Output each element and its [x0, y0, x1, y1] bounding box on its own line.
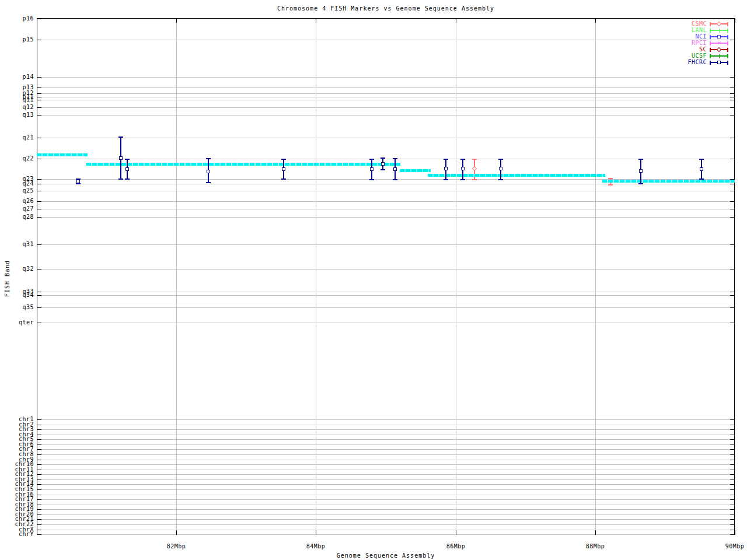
band-p14-gridline — [37, 77, 735, 78]
band-p11-gridline — [37, 97, 735, 97]
errorbar-cap — [381, 158, 385, 159]
right-tick — [730, 40, 735, 40]
marker-square — [207, 170, 210, 173]
row-chr3-gridline — [37, 429, 735, 430]
plot-area — [37, 18, 735, 535]
errorbar-cap — [699, 159, 704, 160]
left-tick — [37, 115, 41, 116]
legend-sample-cap — [727, 29, 728, 33]
legend-sample-cap — [710, 22, 711, 26]
marker-square — [282, 167, 285, 171]
left-tick — [37, 184, 41, 184]
errorbar-cap — [125, 159, 130, 160]
left-tick — [37, 514, 41, 515]
left-tick — [37, 489, 41, 490]
right-tick — [730, 449, 735, 450]
band-q27-gridline — [37, 209, 735, 209]
legend-label-nci: NCI — [642, 33, 707, 40]
band-q21-label: q21 — [0, 135, 34, 141]
left-tick — [37, 470, 41, 470]
legend-label-rpci: RPCI — [642, 40, 707, 46]
marker-square — [76, 180, 80, 183]
band-q24-label: q24 — [0, 181, 34, 187]
right-tick — [730, 524, 735, 525]
xtick-bottom — [316, 530, 316, 535]
errorbar-cap — [281, 178, 286, 180]
row-chr6-gridline — [37, 444, 735, 445]
errorbar-cap — [460, 159, 465, 160]
left-tick — [37, 495, 41, 495]
row-chr13-gridline — [37, 480, 735, 480]
left-tick — [37, 209, 41, 209]
band-p15-gridline — [37, 40, 735, 40]
right-tick — [730, 499, 735, 500]
band-qter-gridline — [37, 323, 735, 323]
right-tick — [730, 159, 735, 159]
right-tick — [730, 444, 735, 445]
left-tick — [37, 77, 41, 78]
left-tick — [37, 524, 41, 525]
right-tick — [730, 115, 735, 116]
legend-sample-cap — [710, 61, 711, 65]
errorbar-cap — [206, 158, 211, 159]
band-q21-gridline — [37, 138, 735, 138]
left-tick — [37, 449, 41, 450]
left-tick — [37, 530, 41, 530]
errorbar-cap — [381, 169, 385, 170]
errorbar-cap — [118, 136, 123, 138]
left-tick — [37, 439, 41, 440]
right-tick — [730, 495, 735, 495]
row-chr15-gridline — [37, 489, 735, 490]
row-chr22-gridline — [37, 524, 735, 525]
row-chrY-gridline — [37, 534, 735, 535]
left-tick — [37, 179, 41, 180]
right-tick — [730, 484, 735, 485]
right-tick — [730, 509, 735, 510]
band-q26-gridline — [37, 201, 735, 202]
left-tick — [37, 307, 41, 308]
left-tick — [37, 484, 41, 485]
right-tick — [730, 480, 735, 480]
right-tick — [730, 88, 735, 88]
right-tick — [730, 107, 735, 108]
right-tick — [730, 454, 735, 455]
right-tick — [730, 470, 735, 470]
right-tick — [730, 201, 735, 202]
band-q13-label: q13 — [0, 112, 34, 118]
left-tick — [37, 295, 41, 296]
marker-square — [370, 167, 374, 171]
xtick-gridline — [176, 18, 177, 535]
band-q25-label: q25 — [0, 188, 34, 194]
band-q24-gridline — [37, 184, 735, 184]
errorbar-cap — [472, 159, 477, 160]
left-tick — [37, 97, 41, 97]
right-tick — [730, 530, 735, 530]
left-tick — [37, 419, 41, 420]
right-tick — [730, 307, 735, 308]
xtick-label: 86Mbp — [439, 543, 472, 550]
errorbar-cap — [608, 184, 613, 186]
left-tick — [37, 159, 41, 159]
left-tick — [37, 269, 41, 270]
left-tick — [37, 444, 41, 445]
band-q11-label: q11 — [0, 97, 34, 103]
right-tick — [730, 323, 735, 323]
right-tick — [730, 534, 735, 535]
right-tick — [730, 464, 735, 465]
marker-square — [639, 169, 643, 173]
marker-square — [461, 167, 465, 170]
xtick-top — [316, 18, 316, 23]
errorbar-cap — [498, 179, 503, 180]
marker-plus — [719, 54, 720, 58]
legend-label-ucsf: UCSF — [642, 52, 707, 59]
marker-square — [444, 167, 448, 170]
xtick-top — [735, 18, 735, 23]
errorbar-cap — [699, 178, 704, 180]
right-tick — [730, 97, 735, 97]
band-q22-label: q22 — [0, 156, 34, 162]
left-tick — [37, 93, 41, 94]
row-chr11-gridline — [37, 470, 735, 470]
marker-square — [717, 61, 721, 64]
left-tick — [37, 217, 41, 218]
row-chr2-gridline — [37, 425, 735, 425]
